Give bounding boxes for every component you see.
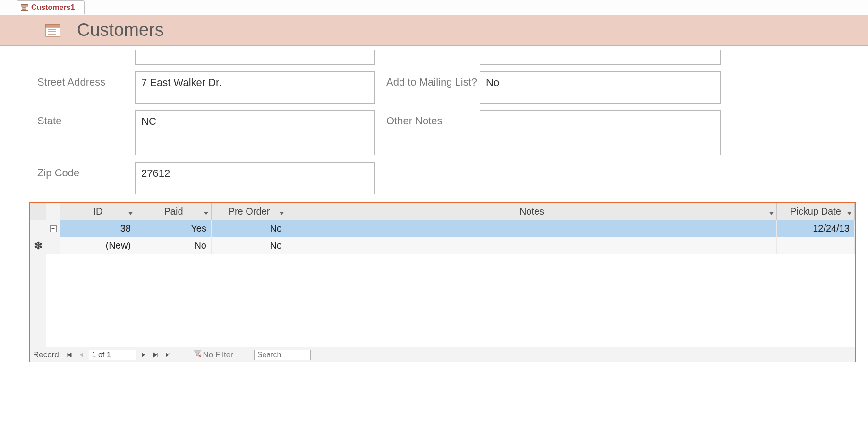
cell-preorder-new[interactable]: No [212,237,287,254]
cell-paid-new[interactable]: No [136,237,212,254]
cell-id-new[interactable]: (New) [60,237,136,254]
table-row[interactable]: + 38 Yes No 12/24/13 [46,220,855,237]
filter-indicator[interactable]: No Filter [194,350,233,360]
col-label-preorder: Pre Order [229,206,270,217]
first-record-button[interactable] [64,350,75,360]
field-label-blank-right [381,50,480,54]
expand-cell-new [46,237,60,254]
col-header-paid[interactable]: Paid [136,203,212,220]
record-navigation: Record: No Filter [30,347,855,362]
filter-text: No Filter [203,350,233,360]
prev-record-button[interactable] [77,350,87,360]
label-mailing-list: Add to Mailing List? [381,71,480,88]
cell-pickup[interactable]: 12/24/13 [777,220,855,237]
col-header-id[interactable]: ID [60,203,136,220]
form-icon [21,4,28,11]
svg-rect-1 [21,5,28,7]
label-state: State [34,110,135,127]
page-title: Customers [77,20,164,40]
label-other-notes: Other Notes [381,110,480,127]
tab-customers1[interactable]: Customers1 [17,0,85,14]
cell-notes-new[interactable] [287,237,777,254]
chevron-down-icon[interactable] [204,206,208,217]
form-body: Street Address 7 East Walker Dr. Add to … [0,46,868,202]
form-content: Customers Street Address 7 East Walker D… [0,15,868,440]
row-selector-1[interactable] [30,220,46,237]
col-label-notes: Notes [519,206,544,217]
expand-header[interactable] [46,203,60,220]
cell-notes[interactable] [287,220,777,237]
chevron-down-icon[interactable] [847,206,851,217]
last-record-button[interactable] [150,350,161,360]
svg-rect-6 [46,24,60,27]
grid-main: ID Paid Pre Order Notes [46,203,855,347]
plus-icon: + [50,225,57,232]
tab-strip: Customers1 [0,0,868,14]
grid-area: ✽ ID Paid Pre Order [30,203,855,347]
table-row-new[interactable]: (New) No No [46,237,855,254]
form-header: Customers [0,15,868,46]
input-state[interactable]: NC [135,110,375,155]
col-label-id: ID [94,206,103,217]
col-label-paid: Paid [164,206,183,217]
field-input-blank-right[interactable] [480,50,721,65]
cell-paid[interactable]: Yes [136,220,212,237]
chevron-down-icon[interactable] [769,206,774,217]
cell-pickup-new[interactable] [777,237,855,254]
tab-label: Customers1 [31,3,75,12]
grid-header: ID Paid Pre Order Notes [46,203,855,220]
next-record-button[interactable] [138,350,148,360]
nav-label: Record: [33,350,61,360]
field-input-blank-left[interactable] [135,50,375,65]
label-zip-code: Zip Code [34,162,135,179]
chevron-down-icon[interactable] [280,206,284,217]
field-label-blank-left [34,50,135,54]
filter-icon [194,350,201,360]
new-record-button[interactable] [162,350,173,360]
svg-point-10 [169,353,170,354]
cell-id[interactable]: 38 [60,220,136,237]
row-selector-new[interactable]: ✽ [30,237,46,254]
expand-cell[interactable]: + [46,220,60,237]
col-label-pickup: Pickup Date [790,206,841,217]
input-other-notes[interactable] [480,110,721,155]
search-input[interactable] [254,350,311,360]
input-zip-code[interactable]: 27612 [135,162,375,194]
label-street-address: Street Address [34,71,135,88]
row-selector-column: ✽ [30,203,46,347]
cell-preorder[interactable]: No [212,220,287,237]
form-header-icon [45,24,60,37]
col-header-pickup[interactable]: Pickup Date [777,203,855,220]
select-all-rows[interactable] [30,203,46,220]
chevron-down-icon[interactable] [128,206,133,217]
input-mailing-list[interactable]: No [480,71,721,104]
col-header-notes[interactable]: Notes [287,203,777,220]
input-street-address[interactable]: 7 East Walker Dr. [135,71,375,104]
record-position-input[interactable] [89,350,136,360]
subform-orders: ✽ ID Paid Pre Order [29,202,856,362]
new-record-icon: ✽ [34,240,43,252]
col-header-preorder[interactable]: Pre Order [212,203,287,220]
